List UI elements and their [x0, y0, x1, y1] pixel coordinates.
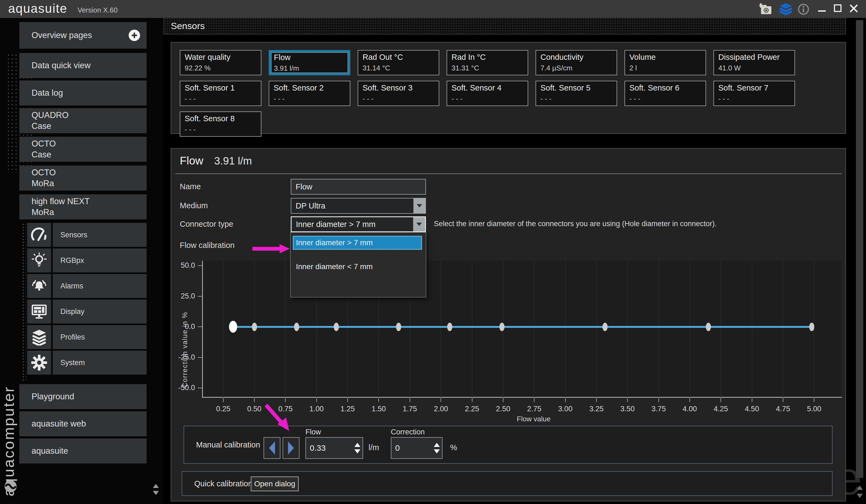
connector-dropdown-button[interactable] [413, 217, 425, 231]
previous-point-button[interactable] [264, 437, 280, 459]
name-input[interactable]: Flow [291, 179, 426, 195]
sidebar-item-aquasuite-web[interactable]: aquasuite web [19, 411, 147, 436]
close-button[interactable] [849, 4, 858, 14]
gauge-icon[interactable] [27, 223, 51, 247]
sensor-tile-value: 31.31 °C [452, 64, 528, 72]
sensor-tile-label: Soft. Sensor 2 [274, 83, 350, 92]
calibration-point[interactable] [334, 323, 339, 331]
calibration-point[interactable] [294, 323, 299, 331]
sidebar-item-high-flow-next-mora[interactable]: high flow NEXTMoRa [19, 194, 147, 220]
correction-spinner[interactable]: 0 [391, 437, 443, 459]
sidebar-subitem-profiles[interactable]: Profiles [53, 325, 147, 349]
sensor-tile-label: Rad Out °C [363, 53, 439, 62]
minimize-button[interactable] [818, 10, 826, 12]
connector-select[interactable]: Inner diameter > 7 mm [291, 216, 426, 232]
sidebar-item-label: MoRa [32, 207, 147, 218]
sensor-tile-value: - - - [452, 94, 528, 103]
page-title-bar: Sensors [164, 17, 846, 34]
sensor-tile-value: 3.91 l/m [274, 64, 348, 72]
quick-calibration-label: Quick calibration [194, 479, 252, 488]
maximize-button[interactable] [834, 4, 842, 12]
calibration-point[interactable] [706, 323, 711, 331]
sidebar-subitem-rgbpx[interactable]: RGBpx [53, 248, 147, 272]
sensor-tile-rad-in-c[interactable]: Rad In °C31.31 °C [447, 50, 528, 75]
sensor-tile-value: - - - [185, 94, 261, 103]
sensor-tile-soft-sensor-3[interactable]: Soft. Sensor 3- - - [358, 81, 439, 106]
sidebar-scroll-up-icon[interactable] [153, 484, 159, 488]
sensor-tile-value: 41.0 W [718, 64, 795, 72]
sensor-tile-soft-sensor-2[interactable]: Soft. Sensor 2- - - [269, 81, 350, 106]
open-dialog-button[interactable]: Open dialog [251, 477, 299, 491]
x-tick-mark [534, 398, 534, 402]
calibration-point[interactable] [499, 323, 504, 331]
sidebar-subitem-system[interactable]: System [53, 351, 147, 374]
sensor-tile-label: Soft. Sensor 5 [541, 83, 617, 92]
spin-down-icon[interactable] [434, 449, 440, 453]
correction-spinner-arrows[interactable] [434, 438, 440, 458]
sensor-tile-dissipated-power[interactable]: Dissipated Power41.0 W [713, 50, 795, 75]
medium-select[interactable]: DP Ultra [291, 198, 426, 214]
dropdown-option-1[interactable]: Inner diameter > 7 mm [293, 236, 422, 250]
sidebar-item-overview-pages[interactable]: Overview pages [19, 22, 147, 49]
sidebar-item-data-quick-view[interactable]: Data quick view [19, 53, 147, 78]
sidebar-subitem-alarms[interactable]: Alarms [53, 274, 147, 298]
calibration-point[interactable] [809, 323, 814, 331]
main-scroll-up-icon[interactable] [857, 485, 863, 490]
sensor-tile-soft-sensor-8[interactable]: Soft. Sensor 8- - - [180, 111, 262, 137]
sidebar-subitem-display[interactable]: Display [53, 300, 147, 324]
sensor-tile-volume[interactable]: Volume2 l [624, 50, 706, 75]
sensor-tile-soft-sensor-6[interactable]: Soft. Sensor 6- - - [624, 81, 706, 106]
monitor-icon[interactable] [27, 300, 51, 324]
calibration-point[interactable] [602, 323, 608, 331]
sidebar-subitem-sensors[interactable]: Sensors [53, 223, 147, 247]
triangle-left-icon [269, 441, 275, 455]
sensor-tile-soft-sensor-5[interactable]: Soft. Sensor 5- - - [535, 81, 617, 106]
calibration-point[interactable] [396, 323, 401, 331]
calibration-point-selected[interactable] [229, 321, 237, 333]
profiles-layers-icon[interactable] [778, 3, 792, 15]
add-overview-page-button[interactable] [128, 29, 141, 44]
sensor-tile-water-quality[interactable]: Water quality92.22 % [180, 50, 262, 75]
layers-icon[interactable] [27, 325, 51, 349]
sidebar-item-quadro-case[interactable]: QUADROCase [19, 108, 147, 133]
sidebar-scroll-down-icon[interactable] [153, 491, 159, 495]
screenshot-camera-icon[interactable] [759, 3, 774, 15]
main-scrollbar[interactable] [856, 20, 863, 478]
calibration-point[interactable] [252, 323, 257, 331]
medium-dropdown-button[interactable] [413, 199, 425, 213]
sidebar-item-playground[interactable]: Playground [19, 384, 147, 409]
sidebar-item-data-log[interactable]: Data log [19, 80, 147, 105]
dropdown-option-2[interactable]: Inner diameter < 7 mm [293, 260, 422, 274]
medium-field-label: Medium [180, 201, 208, 210]
sensor-tile-soft-sensor-7[interactable]: Soft. Sensor 7- - - [713, 81, 795, 106]
flow-spinner-arrows[interactable] [354, 438, 360, 458]
sensor-tile-label: Flow [274, 53, 348, 62]
next-point-button[interactable] [282, 437, 299, 459]
sidebar-item-octo-case[interactable]: OCTOCase [19, 137, 147, 162]
bulb-icon[interactable] [27, 248, 51, 272]
sensor-tile-soft-sensor-1[interactable]: Soft. Sensor 1- - - [180, 81, 262, 106]
info-icon[interactable] [798, 3, 812, 16]
sensor-tile-flow[interactable]: Flow3.91 l/m [269, 50, 350, 75]
sensor-tile-conductivity[interactable]: Conductivity7.4 µS/cm [535, 50, 617, 75]
x-tick-label: 2.00 [429, 405, 453, 413]
calibration-point[interactable] [447, 323, 452, 331]
page-title: Sensors [164, 21, 205, 31]
flow-spinner[interactable]: 0.33 [306, 437, 363, 459]
sidebar-item-octo-mora[interactable]: OCTOMoRa [19, 166, 147, 191]
y-tick-label: -25.0 [171, 353, 195, 361]
sidebar-item-aquasuite[interactable]: aquasuite [19, 438, 147, 463]
sensor-tile-rad-out-c[interactable]: Rad Out °C31.14 °C [358, 50, 439, 75]
y-tick-mark [198, 357, 202, 358]
bell-icon[interactable] [27, 274, 51, 298]
gear-icon[interactable] [27, 351, 51, 374]
connector-field-label: Connector type [180, 220, 233, 228]
chart-gridline [814, 261, 814, 398]
name-input-value: Flow [296, 182, 312, 191]
spin-down-icon[interactable] [354, 449, 360, 453]
sensor-tile-soft-sensor-4[interactable]: Soft. Sensor 4- - - [447, 81, 528, 106]
spin-up-icon[interactable] [354, 443, 360, 447]
spin-up-icon[interactable] [434, 443, 440, 447]
main-scroll-down-icon[interactable] [857, 494, 863, 498]
x-tick-label: 2.50 [491, 405, 515, 413]
